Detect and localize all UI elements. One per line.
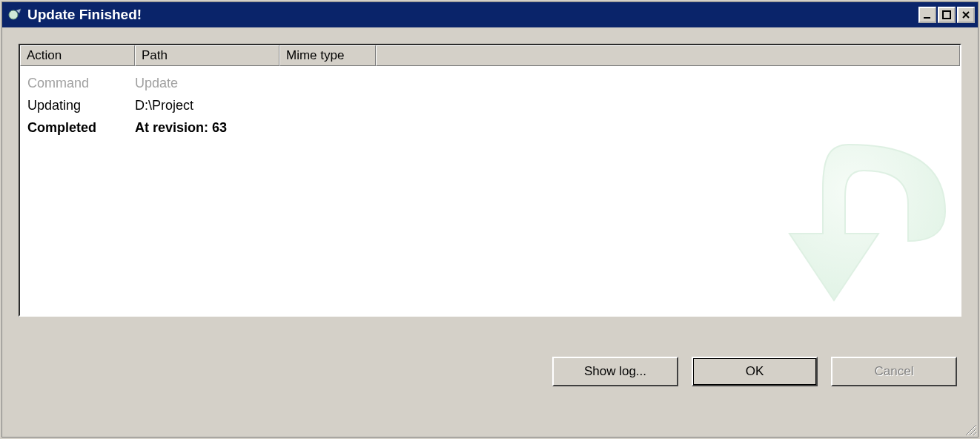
cell-action: Updating: [27, 94, 135, 116]
button-bar: Show log... OK Cancel: [19, 357, 961, 386]
listview-header: Action Path Mime type: [20, 45, 960, 66]
svg-point-0: [9, 10, 18, 19]
window-title: Update Finished!: [27, 7, 918, 23]
column-header-mime[interactable]: Mime type: [279, 45, 376, 66]
maximize-button[interactable]: [938, 7, 956, 23]
cell-action: Command: [27, 72, 135, 94]
cell-path: D:\Project: [135, 94, 953, 116]
dialog-window: Update Finished! Action Path Mime type: [1, 1, 979, 438]
minimize-button[interactable]: [918, 7, 936, 23]
list-row[interactable]: Completed At revision: 63: [27, 116, 953, 139]
cell-action: Completed: [27, 116, 135, 139]
cancel-button: Cancel: [831, 357, 957, 386]
titlebar[interactable]: Update Finished!: [2, 2, 978, 27]
listview-body: Command Update Updating D:\Project Compl…: [20, 66, 960, 315]
list-row[interactable]: Updating D:\Project: [27, 94, 953, 116]
close-button[interactable]: [957, 7, 975, 23]
watermark-arrow-icon: [760, 130, 953, 317]
column-header-action[interactable]: Action: [20, 45, 135, 66]
cell-path: At revision: 63: [135, 116, 953, 139]
svg-rect-1: [924, 17, 930, 19]
svg-rect-2: [943, 11, 950, 19]
results-listview[interactable]: Action Path Mime type: [19, 44, 961, 317]
window-controls: [918, 7, 975, 23]
listview-rows: Command Update Updating D:\Project Compl…: [20, 66, 960, 145]
client-area: Action Path Mime type: [2, 27, 978, 437]
column-header-path[interactable]: Path: [135, 45, 279, 66]
column-header-spacer: [376, 45, 960, 66]
show-log-button[interactable]: Show log...: [552, 357, 678, 386]
ok-button[interactable]: OK: [692, 357, 818, 386]
app-icon: [7, 7, 23, 23]
cell-path: Update: [135, 72, 953, 94]
list-row[interactable]: Command Update: [27, 72, 953, 94]
resize-grip[interactable]: [961, 420, 976, 435]
